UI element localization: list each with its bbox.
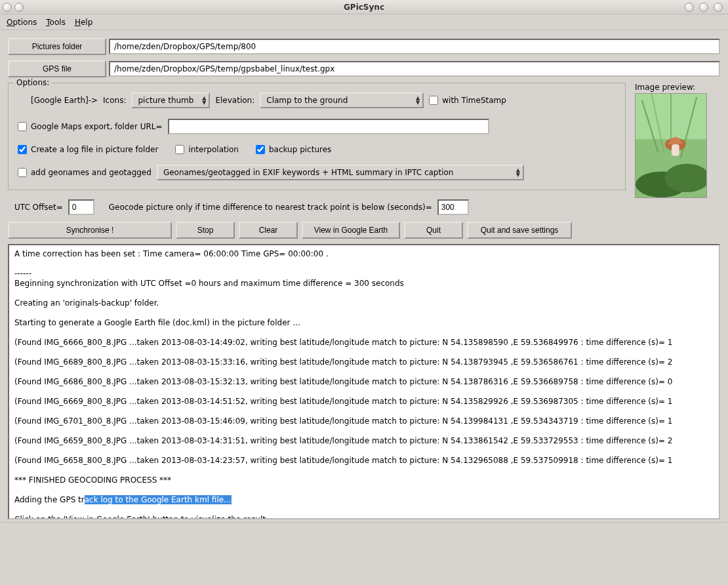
icons-select[interactable]: picture thumb ▲▼ (131, 92, 210, 108)
log-text: Click on the 'View in Google Earth' butt… (14, 515, 289, 519)
gps-file-button[interactable]: GPS file (8, 60, 106, 77)
synchronise-button[interactable]: Synchronise ! (8, 222, 172, 239)
utc-offset-label: UTC Offset= (14, 203, 63, 212)
create-log-checkbox[interactable]: Create a log file in picture folder (18, 145, 158, 154)
elevation-label: Elevation: (215, 96, 254, 105)
window-titlebar: GPicSync (0, 0, 728, 14)
utc-offset-input[interactable] (68, 199, 94, 215)
log-output[interactable]: A time correction has been set : Time ca… (8, 244, 720, 519)
geocode-threshold-label: Geocode picture only if time difference … (109, 203, 432, 212)
menubar: Options Tools Help (0, 14, 728, 30)
geonames-checkbox[interactable]: add geonames and geotagged (18, 168, 152, 177)
log-selection: ack log to the Google Earth kml file... (85, 495, 232, 504)
elevation-select[interactable]: Clamp to the ground ▲▼ (260, 92, 424, 108)
geocode-seconds-input[interactable] (437, 199, 469, 215)
minimize-icon[interactable] (685, 3, 694, 12)
chevron-updown-icon: ▲▼ (202, 96, 206, 105)
svg-rect-9 (672, 144, 679, 156)
pictures-folder-input[interactable] (109, 39, 720, 54)
image-preview (635, 93, 707, 198)
chevron-updown-icon: ▲▼ (416, 96, 420, 105)
backup-label: backup pictures (269, 145, 331, 154)
quit-save-button[interactable]: Quit and save settings (467, 222, 572, 239)
icons-value: picture thumb (138, 96, 193, 105)
pictures-folder-button[interactable]: Pictures folder (8, 38, 106, 55)
geonames-mode-select[interactable]: Geonames/geotagged in EXIF keywords + HT… (157, 165, 524, 180)
view-google-earth-button[interactable]: View in Google Earth (302, 222, 400, 239)
gmaps-export-label: Google Maps export, folder URL= (31, 122, 163, 131)
gps-file-input[interactable] (109, 61, 720, 77)
log-text: A time correction has been set : Time ca… (14, 249, 672, 504)
menu-tools[interactable]: Tools (46, 18, 66, 27)
clear-button[interactable]: Clear (239, 222, 298, 239)
image-preview-label: Image preview: (635, 83, 720, 92)
window-sticky-icon[interactable] (14, 3, 24, 12)
elevation-value: Clamp to the ground (266, 96, 348, 105)
backup-checkbox[interactable]: backup pictures (256, 145, 331, 154)
options-group: Options: [Google Earth]-> Icons: picture… (8, 83, 626, 190)
options-legend: Options: (14, 78, 52, 87)
quit-button[interactable]: Quit (404, 222, 463, 239)
icons-label: Icons: (103, 96, 126, 105)
menu-options[interactable]: Options (7, 18, 37, 27)
close-icon[interactable] (714, 3, 723, 12)
interpolation-label: interpolation (188, 145, 239, 154)
interpolation-checkbox[interactable]: interpolation (175, 145, 239, 154)
with-timestamp-checkbox[interactable]: with TimeStamp (429, 96, 506, 105)
menu-help[interactable]: Help (75, 18, 92, 27)
google-earth-prefix: [Google Earth]-> (31, 96, 98, 105)
window-menu-icon[interactable] (3, 3, 12, 12)
stop-button[interactable]: Stop (176, 222, 235, 239)
window-title: GPicSync (344, 3, 384, 12)
with-timestamp-label: with TimeStamp (442, 96, 506, 105)
create-log-label: Create a log file in picture folder (31, 145, 158, 154)
geonames-mode-value: Geonames/geotagged in EXIF keywords + HT… (163, 168, 454, 177)
geonames-label: add geonames and geotagged (31, 168, 152, 177)
gmaps-export-checkbox[interactable]: Google Maps export, folder URL= (18, 122, 163, 131)
status-bar (0, 522, 728, 535)
gmaps-url-input[interactable] (168, 119, 489, 134)
chevron-updown-icon: ▲▼ (516, 168, 520, 177)
maximize-icon[interactable] (699, 3, 708, 12)
